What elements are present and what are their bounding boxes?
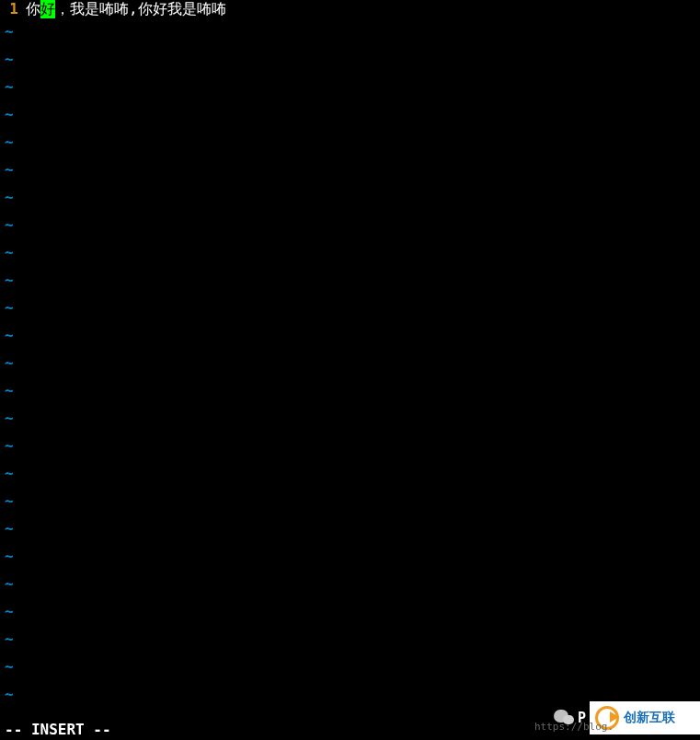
editor-line[interactable]: 1 你好，我是咘咘,你好我是咘咘	[0, 0, 700, 18]
editor-viewport[interactable]: 1 你好，我是咘咘,你好我是咘咘 ~~~~~~~~~~~~~~~~~~~~~~~…	[0, 0, 700, 718]
empty-line-tilde: ~	[0, 46, 700, 74]
empty-line-tilde: ~	[0, 433, 700, 460]
empty-line-tilde: ~	[0, 18, 700, 46]
empty-line-tilde: ~	[0, 184, 700, 212]
logo-text: 创新互联	[624, 710, 675, 726]
text-before-cursor: 你	[26, 0, 40, 17]
empty-line-tilde: ~	[0, 460, 700, 488]
empty-line-tilde: ~	[0, 488, 700, 515]
empty-line-tilde: ~	[0, 267, 700, 295]
cursor: 好	[40, 0, 55, 18]
empty-line-tilde: ~	[0, 653, 700, 681]
empty-line-tilde: ~	[0, 626, 700, 653]
empty-line-tilde: ~	[0, 515, 700, 543]
line-number: 1	[0, 0, 26, 18]
empty-line-tilde: ~	[0, 571, 700, 598]
empty-line-tilde: ~	[0, 405, 700, 433]
empty-line-tilde: ~	[0, 295, 700, 322]
line-text[interactable]: 你好，我是咘咘,你好我是咘咘	[26, 0, 226, 18]
text-after-cursor: ，我是咘咘,你好我是咘咘	[55, 0, 226, 17]
watermark-url: https://blog.	[534, 721, 614, 733]
empty-line-tilde: ~	[0, 322, 700, 350]
empty-line-tilde: ~	[0, 74, 700, 101]
watermark: P 创新互联 https://blog.	[554, 701, 700, 734]
empty-line-tilde: ~	[0, 598, 700, 626]
empty-line-tilde: ~	[0, 350, 700, 377]
mode-indicator: -- INSERT --	[5, 721, 111, 738]
empty-line-tilde: ~	[0, 129, 700, 156]
empty-line-tilde: ~	[0, 212, 700, 239]
empty-lines-area: ~~~~~~~~~~~~~~~~~~~~~~~~~	[0, 18, 700, 709]
empty-line-tilde: ~	[0, 156, 700, 184]
empty-line-tilde: ~	[0, 377, 700, 405]
empty-line-tilde: ~	[0, 543, 700, 571]
logo-box: 创新互联 https://blog.	[590, 701, 700, 734]
empty-line-tilde: ~	[0, 101, 700, 129]
empty-line-tilde: ~	[0, 239, 700, 267]
